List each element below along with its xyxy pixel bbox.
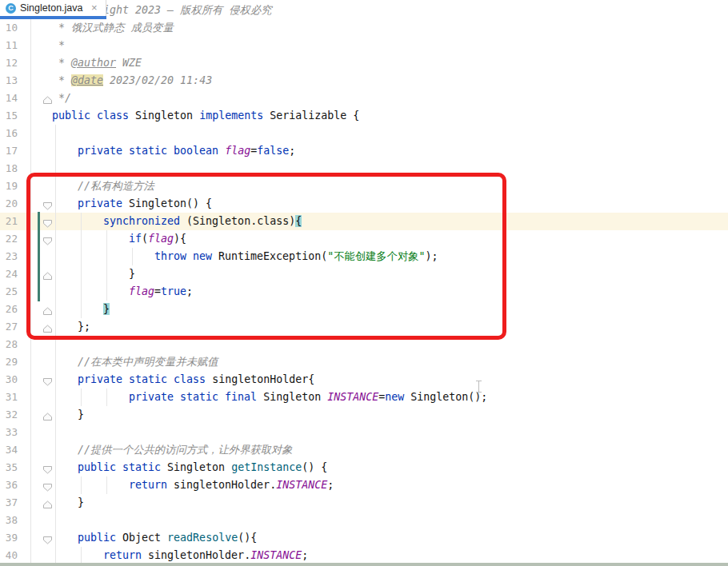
fold-start-icon[interactable] bbox=[42, 375, 53, 385]
fold-start-icon[interactable] bbox=[42, 480, 53, 491]
line-number[interactable]: 34 bbox=[0, 441, 18, 459]
line-number[interactable]: 36 bbox=[0, 476, 18, 494]
code-line[interactable]: 26} bbox=[0, 301, 728, 318]
code-token: ; bbox=[327, 479, 334, 491]
code-line[interactable]: 33 bbox=[0, 424, 728, 441]
line-number[interactable]: 10 bbox=[0, 19, 18, 37]
code-line[interactable]: 14*/ bbox=[0, 90, 728, 107]
code-line[interactable]: 30private static class singletonHolder{ bbox=[0, 371, 728, 389]
line-number[interactable]: 37 bbox=[0, 494, 18, 512]
code-text: private static boolean flag=false; bbox=[78, 142, 295, 160]
code-text: private static final Singleton INSTANCE=… bbox=[129, 389, 487, 406]
vcs-change-marker[interactable] bbox=[38, 212, 40, 301]
code-line[interactable]: 21synchronized (Singleton.class){ bbox=[0, 213, 728, 230]
fold-end-icon[interactable] bbox=[42, 498, 53, 508]
code-token: if bbox=[129, 233, 142, 245]
fold-start-icon[interactable] bbox=[42, 217, 53, 227]
code-line[interactable]: 35public static Singleton getInstance() … bbox=[0, 459, 728, 476]
code-token: true bbox=[161, 285, 186, 297]
code-line[interactable]: 15public class Singleton implements Seri… bbox=[0, 107, 728, 125]
code-token: (){ bbox=[238, 532, 257, 544]
line-number[interactable]: 16 bbox=[0, 125, 18, 142]
code-line[interactable]: 40return singletonHolder.INSTANCE; bbox=[0, 547, 728, 564]
fold-start-icon[interactable] bbox=[42, 199, 53, 209]
indent-guide bbox=[132, 248, 133, 265]
fold-end-icon[interactable] bbox=[42, 269, 53, 280]
line-number[interactable]: 17 bbox=[0, 142, 18, 160]
code-line[interactable]: 36return singletonHolder.INSTANCE; bbox=[0, 476, 728, 494]
line-number[interactable]: 11 bbox=[0, 37, 18, 54]
code-line[interactable]: 34//提供一个公共的访问方式，让外界获取对象 bbox=[0, 441, 728, 459]
code-line[interactable]: 16 bbox=[0, 125, 728, 142]
line-number[interactable]: 14 bbox=[0, 90, 18, 107]
line-number[interactable]: 15 bbox=[0, 107, 18, 125]
code-line[interactable]: 13* @date 2023/02/20 11:43 bbox=[0, 72, 728, 90]
line-number[interactable]: 22 bbox=[0, 230, 18, 248]
code-line[interactable]: 24} bbox=[0, 265, 728, 283]
code-line[interactable]: 20private Singleton() { bbox=[0, 195, 728, 213]
code-token: { bbox=[295, 215, 302, 227]
code-line[interactable]: 23throw new RuntimeException("不能创建多个对象")… bbox=[0, 248, 728, 265]
close-icon[interactable]: × bbox=[91, 0, 98, 16]
code-line[interactable]: 39public Object readResolve(){ bbox=[0, 529, 728, 547]
code-line[interactable]: 18 bbox=[0, 160, 728, 177]
code-token: * bbox=[58, 57, 71, 69]
indent-guide bbox=[106, 389, 107, 406]
code-text: public Object readResolve(){ bbox=[78, 529, 257, 547]
line-number[interactable]: 32 bbox=[0, 406, 18, 424]
line-number[interactable]: 12 bbox=[0, 54, 18, 72]
code-line[interactable]: 12* @author WZE bbox=[0, 54, 728, 72]
code-text: public class Singleton implements Serial… bbox=[52, 107, 359, 125]
fold-end-icon[interactable] bbox=[42, 410, 53, 421]
code-token: * bbox=[58, 74, 71, 86]
code-line[interactable]: 17private static boolean flag=false; bbox=[0, 142, 728, 160]
fold-start-icon[interactable] bbox=[42, 463, 53, 473]
code-token: Serializable { bbox=[270, 110, 359, 122]
code-line[interactable]: 38 bbox=[0, 512, 728, 529]
code-line[interactable]: 31private static final Singleton INSTANC… bbox=[0, 389, 728, 406]
line-number[interactable]: 31 bbox=[0, 389, 18, 406]
line-number[interactable]: 29 bbox=[0, 353, 18, 371]
line-number[interactable]: 13 bbox=[0, 72, 18, 90]
java-class-icon: C bbox=[6, 3, 16, 14]
line-number[interactable]: 35 bbox=[0, 459, 18, 476]
code-line[interactable]: 10* 饿汉式静态 成员变量 bbox=[0, 19, 728, 37]
code-token: public static bbox=[78, 461, 167, 473]
line-number[interactable]: 26 bbox=[0, 301, 18, 318]
fold-start-icon[interactable] bbox=[42, 533, 53, 544]
line-number[interactable]: 39 bbox=[0, 529, 18, 547]
line-number[interactable]: 25 bbox=[0, 283, 18, 301]
code-token: Singleton bbox=[167, 461, 231, 473]
code-line[interactable]: 22if(flag){ bbox=[0, 230, 728, 248]
fold-end-icon[interactable] bbox=[42, 305, 53, 315]
code-line[interactable]: 25flag=true; bbox=[0, 283, 728, 301]
code-line[interactable]: 11* bbox=[0, 37, 728, 54]
code-token: @author bbox=[71, 57, 116, 69]
line-number[interactable]: 23 bbox=[0, 248, 18, 265]
code-line[interactable]: 28 bbox=[0, 336, 728, 353]
fold-end-icon[interactable] bbox=[42, 94, 53, 104]
line-number[interactable]: 19 bbox=[0, 177, 18, 195]
code-line[interactable]: 37} bbox=[0, 494, 728, 512]
line-number[interactable]: 38 bbox=[0, 512, 18, 529]
line-number[interactable]: 21 bbox=[0, 213, 18, 230]
code-line[interactable]: 27}; bbox=[0, 318, 728, 336]
line-number[interactable]: 18 bbox=[0, 160, 18, 177]
code-line[interactable]: 19//私有构造方法 bbox=[0, 177, 728, 195]
code-token: ; bbox=[186, 285, 193, 297]
line-number[interactable]: 30 bbox=[0, 371, 18, 389]
line-number[interactable]: 27 bbox=[0, 318, 18, 336]
line-number[interactable]: 20 bbox=[0, 195, 18, 213]
code-token: return bbox=[129, 479, 174, 491]
line-number[interactable]: 40 bbox=[0, 547, 18, 564]
code-line[interactable]: 29//在本类中声明变量并未赋值 bbox=[0, 353, 728, 371]
code-line[interactable]: 32} bbox=[0, 406, 728, 424]
fold-end-icon[interactable] bbox=[42, 322, 53, 333]
code-text: } bbox=[78, 406, 84, 424]
line-number[interactable]: 24 bbox=[0, 265, 18, 283]
code-token: (Singleton.class) bbox=[186, 215, 295, 227]
code-editor[interactable]: 9* copyright 2023 — 版权所有 侵权必究10* 饿汉式静态 成… bbox=[0, 0, 728, 566]
line-number[interactable]: 28 bbox=[0, 336, 18, 353]
line-number[interactable]: 33 bbox=[0, 424, 18, 441]
fold-start-icon[interactable] bbox=[42, 234, 53, 245]
